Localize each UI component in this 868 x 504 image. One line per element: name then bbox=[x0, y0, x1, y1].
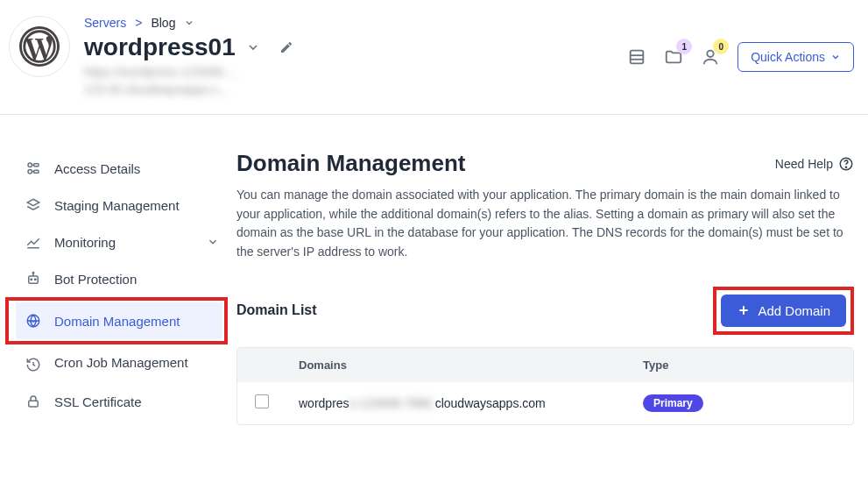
app-url-blurred: https://wordpress-123456-... bbox=[84, 65, 613, 79]
svg-rect-20 bbox=[29, 401, 39, 407]
svg-text:www: www bbox=[29, 320, 38, 323]
sidebar-item-ssl[interactable]: SSL Certificate bbox=[16, 383, 228, 420]
add-domain-button[interactable]: Add Domain bbox=[721, 295, 846, 327]
highlight-sidebar-active: www Domain Management bbox=[5, 297, 228, 344]
plus-icon bbox=[737, 303, 751, 317]
robot-icon bbox=[25, 271, 42, 287]
domain-list-title: Domain List bbox=[236, 302, 317, 318]
sidebar-item-label: Access Details bbox=[54, 161, 219, 176]
sidebar-item-domain-management[interactable]: www Domain Management bbox=[16, 302, 222, 339]
lock-icon bbox=[25, 394, 42, 409]
chevron-down-icon bbox=[830, 52, 841, 62]
svg-marker-12 bbox=[27, 199, 39, 206]
chevron-down-icon[interactable] bbox=[184, 18, 194, 28]
page-title: Domain Management bbox=[236, 150, 466, 177]
svg-point-17 bbox=[32, 273, 34, 274]
need-help-label: Need Help bbox=[775, 157, 833, 171]
sidebar-item-label: Cron Job Management bbox=[54, 355, 219, 370]
panel-icon[interactable] bbox=[627, 47, 646, 67]
wordpress-logo bbox=[9, 16, 70, 77]
chevron-down-icon[interactable] bbox=[246, 40, 260, 54]
question-circle-icon bbox=[838, 156, 854, 172]
svg-rect-10 bbox=[34, 170, 39, 173]
svg-point-5 bbox=[708, 51, 714, 57]
svg-point-15 bbox=[35, 279, 37, 280]
breadcrumb-servers[interactable]: Servers bbox=[84, 16, 126, 30]
breadcrumb: Servers > Blog bbox=[84, 16, 613, 30]
www-globe-icon: www bbox=[25, 313, 42, 329]
svg-point-6 bbox=[28, 163, 32, 167]
primary-badge: Primary bbox=[643, 394, 703, 412]
user-icon[interactable]: 0 bbox=[701, 47, 720, 67]
app-host-blurred: 123.45.cloudwaysapps.c... bbox=[84, 82, 613, 96]
folder-icon[interactable]: 1 bbox=[664, 47, 683, 67]
sidebar-item-staging[interactable]: Staging Management bbox=[16, 187, 228, 224]
sidebar-item-label: Monitoring bbox=[54, 235, 194, 250]
sidebar-item-monitoring[interactable]: Monitoring bbox=[16, 224, 228, 260]
chart-icon bbox=[25, 234, 42, 250]
chevron-down-icon bbox=[207, 236, 219, 248]
user-badge: 0 bbox=[713, 39, 729, 54]
quick-actions-label: Quick Actions bbox=[751, 50, 825, 64]
svg-point-9 bbox=[28, 170, 32, 174]
page-description: You can manage the domain associated wit… bbox=[236, 186, 854, 262]
key-icon bbox=[25, 160, 42, 176]
sidebar-item-bot-protection[interactable]: Bot Protection bbox=[16, 260, 228, 297]
col-domains: Domains bbox=[299, 358, 643, 372]
row-checkbox[interactable] bbox=[255, 394, 269, 408]
sidebar-item-label: Staging Management bbox=[54, 198, 219, 213]
domain-cell: wordpress-123456-7890.cloudwaysapps.com bbox=[299, 396, 643, 410]
breadcrumb-current[interactable]: Blog bbox=[151, 16, 175, 30]
sidebar-item-cron-job[interactable]: Cron Job Management bbox=[16, 344, 228, 383]
table-header: Domains Type bbox=[237, 348, 853, 382]
sidebar-item-label: Domain Management bbox=[54, 314, 214, 329]
svg-rect-2 bbox=[631, 51, 644, 64]
quick-actions-button[interactable]: Quick Actions bbox=[737, 42, 854, 72]
need-help-link[interactable]: Need Help bbox=[775, 156, 854, 172]
table-row: wordpress-123456-7890.cloudwaysapps.com … bbox=[237, 382, 853, 424]
history-icon bbox=[25, 357, 42, 373]
svg-point-22 bbox=[845, 167, 846, 167]
svg-rect-7 bbox=[34, 164, 39, 167]
domain-table: Domains Type wordpress-123456-7890.cloud… bbox=[236, 347, 854, 425]
sidebar-item-label: SSL Certificate bbox=[54, 394, 219, 409]
sidebar-item-access-details[interactable]: Access Details bbox=[16, 150, 228, 187]
sidebar-item-label: Bot Protection bbox=[54, 272, 219, 287]
highlight-add-domain: Add Domain bbox=[713, 287, 854, 335]
sidebar: Access Details Staging Management Monito… bbox=[0, 150, 228, 425]
breadcrumb-sep: > bbox=[135, 16, 142, 30]
folder-badge: 1 bbox=[676, 39, 692, 54]
col-type: Type bbox=[643, 358, 836, 372]
app-title: wordpress01 bbox=[84, 33, 236, 61]
pencil-icon[interactable] bbox=[279, 40, 293, 54]
layers-icon bbox=[25, 197, 42, 213]
add-domain-label: Add Domain bbox=[758, 303, 830, 318]
svg-point-14 bbox=[31, 279, 32, 280]
